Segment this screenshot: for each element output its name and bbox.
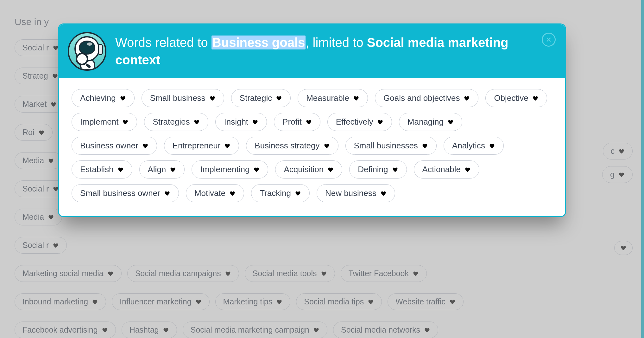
chip-label: Small business owner [80, 188, 160, 198]
favorite-button[interactable] [122, 119, 129, 125]
heart-icon [447, 119, 454, 125]
chip-align[interactable]: Align [139, 160, 185, 179]
modal-title-middle: , limited to [306, 36, 367, 49]
favorite-button[interactable] [532, 95, 539, 101]
favorite-button[interactable] [229, 191, 236, 196]
chip-label: Effectively [336, 117, 373, 127]
heart-icon [377, 119, 383, 125]
favorite-button[interactable] [447, 119, 454, 125]
chip-establish[interactable]: Establish [72, 160, 132, 179]
favorite-button[interactable] [252, 119, 258, 125]
favorite-button[interactable] [295, 191, 301, 196]
chip-label: Managing [407, 117, 444, 127]
chip-entrepreneur[interactable]: Entrepreneur [164, 137, 239, 155]
chip-label: Motivate [194, 188, 225, 198]
heart-icon [253, 167, 260, 172]
chip-label: Strategic [240, 93, 272, 103]
chip-label: Small business [150, 93, 205, 103]
chip-new-business[interactable]: New business [317, 184, 395, 202]
chip-label: Analytics [452, 141, 485, 151]
favorite-button[interactable] [392, 167, 398, 172]
chip-label: Defining [358, 165, 388, 174]
favorite-button[interactable] [117, 167, 124, 172]
chip-label: Business owner [80, 141, 138, 151]
favorite-button[interactable] [377, 119, 383, 125]
chip-strategies[interactable]: Strategies [144, 113, 208, 131]
favorite-button[interactable] [324, 143, 330, 149]
heart-icon [422, 143, 428, 149]
chip-measurable[interactable]: Measurable [298, 89, 368, 107]
favorite-button[interactable] [253, 167, 260, 172]
chip-label: Tracking [260, 188, 291, 198]
chip-analytics[interactable]: Analytics [444, 137, 504, 155]
heart-icon [392, 167, 398, 172]
chip-tracking[interactable]: Tracking [251, 184, 310, 202]
heart-icon [117, 167, 124, 172]
chip-profit[interactable]: Profit [274, 113, 320, 131]
chip-label: Implementing [200, 165, 249, 174]
related-words-modal: Words related to Business goals, limited… [58, 23, 566, 217]
heart-icon [120, 95, 126, 101]
chip-small-business-owner[interactable]: Small business owner [72, 184, 179, 202]
chip-managing[interactable]: Managing [399, 113, 462, 131]
chip-label: Goals and objectives [383, 93, 460, 103]
heart-icon [489, 143, 495, 149]
modal-chips: AchievingSmall businessStrategicMeasurab… [72, 89, 552, 202]
close-button[interactable] [542, 33, 556, 47]
favorite-button[interactable] [327, 167, 334, 172]
heart-icon [224, 143, 230, 149]
chip-insight[interactable]: Insight [215, 113, 267, 131]
chip-goals-and-objectives[interactable]: Goals and objectives [375, 89, 478, 107]
favorite-button[interactable] [353, 95, 359, 101]
heart-icon [324, 143, 330, 149]
favorite-button[interactable] [164, 191, 170, 196]
modal-header: Words related to Business goals, limited… [59, 24, 565, 78]
chip-label: Actionable [422, 165, 461, 174]
modal-title-highlight: Business goals [212, 36, 306, 49]
favorite-button[interactable] [193, 119, 200, 125]
chip-actionable[interactable]: Actionable [414, 160, 479, 179]
favorite-button[interactable] [209, 95, 216, 101]
chip-label: Align [148, 165, 166, 174]
favorite-button[interactable] [170, 167, 176, 172]
chip-implement[interactable]: Implement [72, 113, 137, 131]
heart-icon [353, 95, 359, 101]
chip-business-owner[interactable]: Business owner [72, 137, 157, 155]
modal-title: Words related to Business goals, limited… [115, 34, 517, 69]
heart-icon [306, 119, 312, 125]
chip-effectively[interactable]: Effectively [327, 113, 392, 131]
chip-objective[interactable]: Objective [485, 89, 547, 107]
close-icon [546, 36, 552, 43]
favorite-button[interactable] [306, 119, 312, 125]
chip-label: Strategies [153, 117, 190, 127]
chip-small-business[interactable]: Small business [142, 89, 224, 107]
favorite-button[interactable] [380, 191, 387, 196]
chip-implementing[interactable]: Implementing [192, 160, 268, 179]
chip-motivate[interactable]: Motivate [186, 184, 244, 202]
chip-small-businesses[interactable]: Small businesses [345, 137, 437, 155]
heart-icon [276, 95, 282, 101]
chip-defining[interactable]: Defining [349, 160, 407, 179]
heart-icon [229, 191, 236, 196]
chip-acquisition[interactable]: Acquisition [275, 160, 342, 179]
heart-icon [327, 167, 334, 172]
favorite-button[interactable] [142, 143, 148, 149]
heart-icon [193, 119, 200, 125]
heart-icon [209, 95, 216, 101]
favorite-button[interactable] [464, 167, 471, 172]
chip-label: Small businesses [354, 141, 418, 151]
chip-label: Entrepreneur [173, 141, 221, 151]
favorite-button[interactable] [422, 143, 428, 149]
favorite-button[interactable] [464, 95, 470, 101]
heart-icon [252, 119, 258, 125]
chip-label: Business strategy [255, 141, 319, 151]
chip-business-strategy[interactable]: Business strategy [246, 137, 338, 155]
favorite-button[interactable] [276, 95, 282, 101]
chip-achieving[interactable]: Achieving [72, 89, 135, 107]
chip-label: Implement [80, 117, 118, 127]
favorite-button[interactable] [489, 143, 495, 149]
favorite-button[interactable] [224, 143, 230, 149]
chip-strategic[interactable]: Strategic [231, 89, 291, 107]
favorite-button[interactable] [120, 95, 126, 101]
heart-icon [142, 143, 148, 149]
